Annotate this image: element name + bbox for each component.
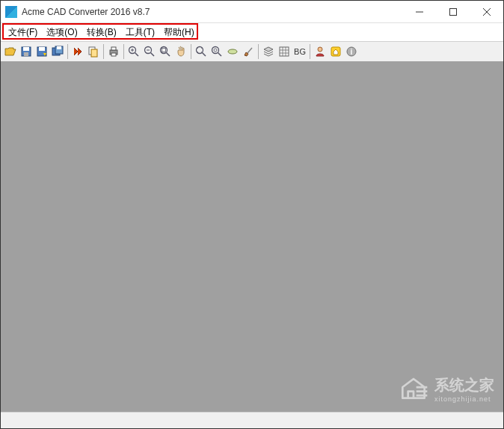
menu-options[interactable]: 选项(O)	[42, 25, 82, 40]
toolbar: BG i	[1, 41, 503, 62]
menu-bar: 文件(F) 选项(O) 转换(B) 工具(T) 帮助(H)	[1, 23, 503, 41]
zoom-out-button[interactable]	[142, 44, 157, 59]
menu-tools[interactable]: 工具(T)	[121, 25, 159, 40]
app-icon	[5, 6, 17, 18]
toolbar-separator	[310, 44, 310, 59]
svg-rect-8	[39, 47, 45, 51]
brush-button[interactable]	[241, 44, 256, 59]
maximize-button[interactable]	[436, 1, 470, 23]
svg-line-33	[248, 48, 252, 53]
svg-rect-16	[111, 53, 116, 56]
svg-line-22	[151, 53, 155, 57]
save-button[interactable]	[19, 44, 34, 59]
svg-point-29	[212, 47, 219, 54]
window-controls	[402, 1, 503, 23]
svg-rect-6	[24, 52, 28, 56]
toolbar-separator	[123, 44, 124, 59]
run-button[interactable]	[70, 44, 85, 59]
svg-rect-5	[23, 47, 29, 51]
zoom-window-button[interactable]	[158, 44, 173, 59]
svg-rect-26	[162, 49, 166, 52]
zoom-in-button[interactable]	[126, 44, 141, 59]
toolbar-separator	[67, 44, 68, 59]
pan-button[interactable]	[173, 44, 188, 59]
toolbar-separator	[191, 44, 191, 59]
svg-rect-13	[91, 49, 97, 57]
open-button[interactable]	[3, 44, 18, 59]
svg-line-25	[167, 53, 170, 57]
home-button[interactable]	[328, 44, 343, 59]
svg-rect-34	[280, 47, 289, 56]
save-as-button[interactable]	[34, 44, 49, 59]
layers-button[interactable]	[261, 44, 276, 59]
menu-convert[interactable]: 转换(B)	[82, 25, 121, 40]
close-button[interactable]	[470, 1, 503, 23]
menu-help[interactable]: 帮助(H)	[159, 25, 199, 40]
svg-point-31	[214, 49, 217, 52]
svg-rect-15	[111, 47, 116, 50]
minimize-button[interactable]	[402, 1, 436, 23]
user-button[interactable]	[313, 44, 328, 59]
svg-line-28	[203, 53, 206, 57]
workspace-area	[1, 62, 503, 412]
svg-point-32	[228, 49, 237, 54]
print-button[interactable]	[106, 44, 121, 59]
toolbar-separator	[103, 44, 104, 59]
svg-line-30	[218, 53, 222, 57]
save-floppy-button[interactable]	[50, 44, 65, 59]
svg-text:i: i	[351, 48, 353, 56]
grid-button[interactable]	[277, 44, 292, 59]
title-bar: Acme CAD Converter 2016 v8.7	[1, 1, 503, 23]
svg-point-39	[318, 47, 322, 52]
svg-line-18	[135, 53, 139, 57]
regen-button[interactable]	[225, 44, 240, 59]
status-bar	[1, 412, 503, 428]
svg-point-27	[197, 47, 203, 54]
zoom-extents-button[interactable]	[194, 44, 209, 59]
copy-button[interactable]	[86, 44, 101, 59]
window-title: Acme CAD Converter 2016 v8.7	[22, 7, 402, 17]
bg-color-button[interactable]: BG	[292, 44, 307, 59]
svg-point-24	[161, 47, 168, 54]
menu-file[interactable]: 文件(F)	[4, 25, 42, 40]
zoom-all-button[interactable]	[209, 44, 224, 59]
svg-rect-1	[449, 8, 456, 15]
info-button[interactable]: i	[344, 44, 359, 59]
toolbar-separator	[258, 44, 259, 59]
svg-rect-11	[57, 46, 61, 49]
